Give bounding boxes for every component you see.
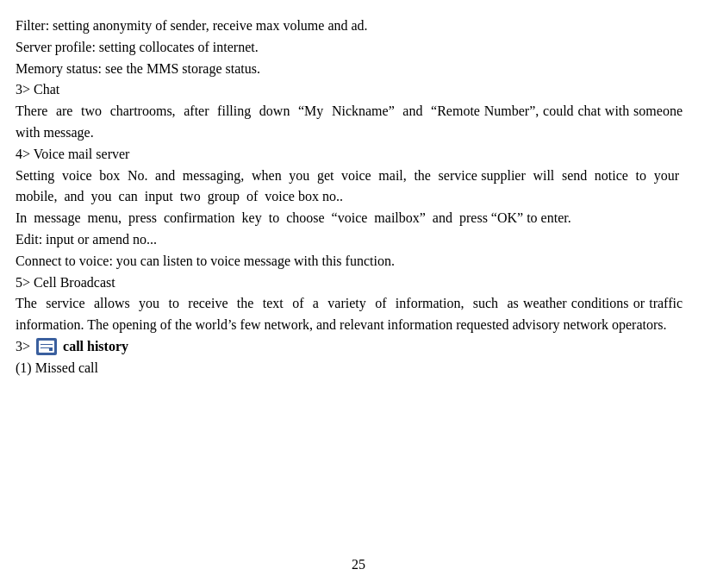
server-profile-line: Server profile: setting collocates of in… xyxy=(16,37,683,59)
chat-header: 3> Chat xyxy=(16,79,683,101)
voicemail-description: Setting voice box No. and messaging, whe… xyxy=(16,166,683,209)
svg-rect-0 xyxy=(40,341,53,353)
call-history-header: 3> call history xyxy=(16,336,683,358)
edit-line: Edit: input or amend no... xyxy=(16,229,683,251)
connect-to-voice-line: Connect to voice: you can listen to voic… xyxy=(16,251,683,272)
missed-call-line: (1) Missed call xyxy=(16,358,683,379)
phone-icon xyxy=(36,338,57,355)
svg-rect-1 xyxy=(41,341,53,344)
svg-rect-3 xyxy=(41,348,49,351)
chat-description: There are two chartrooms, after filling … xyxy=(16,101,683,144)
filter-line: Filter: setting anonymity of sender, rec… xyxy=(16,16,683,37)
page-number: 25 xyxy=(352,557,365,572)
call-history-prefix: 3> xyxy=(16,336,30,358)
memory-status-line: Memory status: see the MMS storage statu… xyxy=(16,59,683,80)
call-history-label: call history xyxy=(63,336,128,358)
page-container: Filter: setting anonymity of sender, rec… xyxy=(0,0,717,588)
svg-rect-2 xyxy=(41,345,53,347)
voicemail-header: 4> Voice mail server xyxy=(16,144,683,166)
message-menu-line: In message menu, press confirmation key … xyxy=(16,208,683,229)
cell-broadcast-description: The service allows you to receive the te… xyxy=(16,293,683,336)
cell-broadcast-header: 5> Cell Broadcast xyxy=(16,272,683,294)
content-area: Filter: setting anonymity of sender, rec… xyxy=(16,16,683,379)
